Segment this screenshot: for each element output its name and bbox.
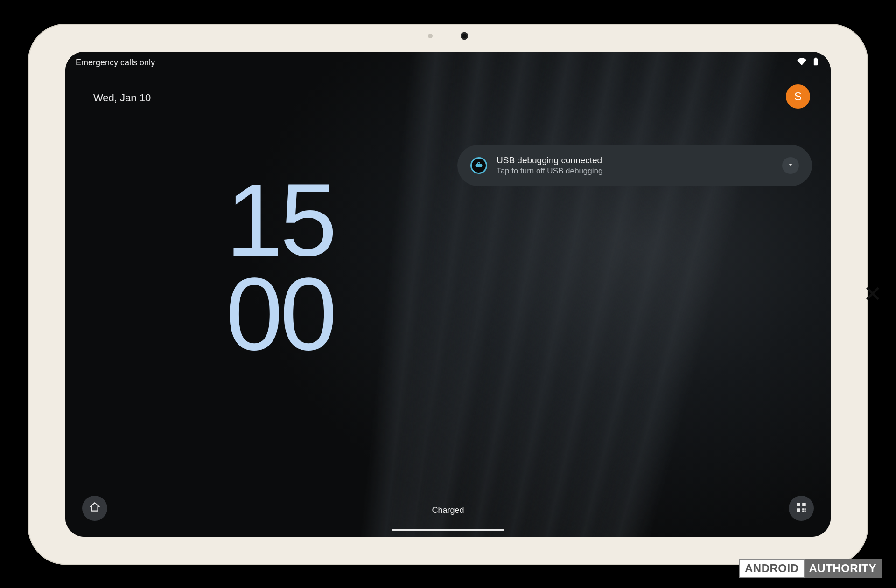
- wallpaper: [65, 52, 831, 537]
- navigation-handle[interactable]: [392, 529, 504, 531]
- status-bar: Emergency calls only: [76, 56, 820, 69]
- smart-home-button[interactable]: [82, 496, 107, 521]
- status-right: [797, 57, 820, 69]
- front-camera: [461, 32, 468, 40]
- overlay-close-button[interactable]: ✕: [863, 283, 882, 305]
- qr-code-icon: [795, 501, 807, 515]
- clock-minutes: 00: [205, 267, 355, 361]
- lock-screen[interactable]: Emergency calls only Wed, Jan 10 S 15 00: [65, 52, 831, 537]
- qr-scanner-button[interactable]: [789, 496, 814, 521]
- avatar-initial: S: [794, 90, 802, 103]
- notification-expand-button[interactable]: [782, 157, 799, 174]
- wifi-icon: [797, 57, 806, 69]
- watermark-right: AUTHORITY: [805, 559, 882, 578]
- home-icon: [89, 501, 101, 515]
- notification-usb-debugging[interactable]: USB debugging connected Tap to turn off …: [457, 145, 812, 186]
- battery-icon: [811, 57, 820, 69]
- battery-status-text: Charged: [432, 505, 464, 515]
- user-avatar[interactable]: S: [786, 84, 810, 109]
- status-network-text: Emergency calls only: [76, 58, 155, 68]
- lock-date: Wed, Jan 10: [93, 92, 151, 104]
- close-icon: ✕: [863, 282, 882, 306]
- notification-title: USB debugging connected: [497, 155, 773, 166]
- watermark-left: ANDROID: [739, 559, 805, 578]
- watermark: ANDROID AUTHORITY: [739, 559, 882, 578]
- clock-hours: 15: [205, 173, 355, 267]
- sensor-dot: [428, 34, 433, 38]
- notification-text: USB debugging connected Tap to turn off …: [497, 155, 773, 176]
- developer-options-icon: [470, 157, 487, 174]
- notification-subtitle: Tap to turn off USB debugging: [497, 166, 773, 176]
- chevron-down-icon: [786, 160, 795, 171]
- lock-clock: 15 00: [205, 173, 355, 362]
- camera-bar: [428, 32, 468, 40]
- tablet-frame: Emergency calls only Wed, Jan 10 S 15 00: [28, 24, 868, 565]
